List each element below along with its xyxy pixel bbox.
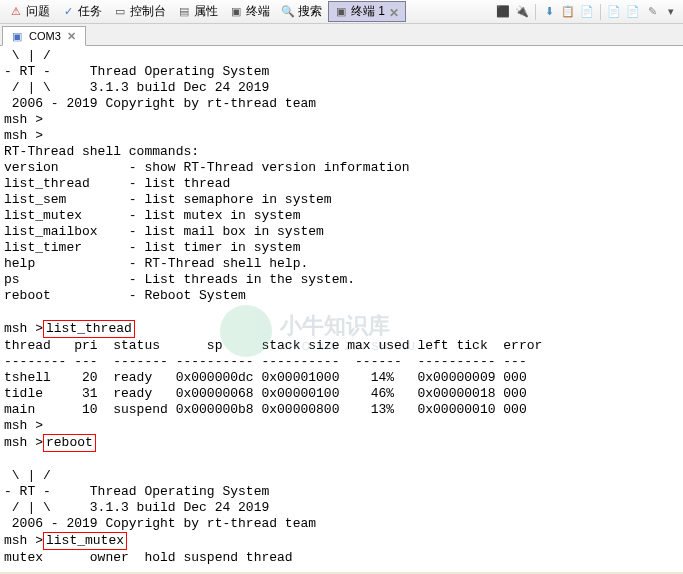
view-tab-search[interactable]: 🔍 搜索 <box>276 2 326 21</box>
search-icon: 🔍 <box>280 4 296 20</box>
terminal-tab-bar: ▣ COM3 ✕ <box>0 24 683 46</box>
tab-label: 问题 <box>26 3 50 20</box>
tab-label: COM3 <box>29 30 61 42</box>
view-tab-terminal-1[interactable]: ▣ 终端 1 ✕ <box>328 1 406 22</box>
close-icon[interactable]: ✕ <box>389 6 401 18</box>
close-icon[interactable]: ✕ <box>67 30 79 42</box>
terminal-icon: ▣ <box>333 4 349 20</box>
tab-label: 任务 <box>78 3 102 20</box>
properties-icon: ▤ <box>176 4 192 20</box>
new-terminal-icon[interactable]: ⬛ <box>495 4 511 20</box>
divider <box>535 4 536 20</box>
console-icon: ▭ <box>112 4 128 20</box>
terminal-icon: ▣ <box>228 4 244 20</box>
toolbar-actions: ⬛ 🔌 ⬇ 📋 📄 📄 📄 ✎ ▾ <box>495 4 679 20</box>
action-icon-1[interactable]: ⬇ <box>541 4 557 20</box>
view-tab-problems[interactable]: ⚠ 问题 <box>4 2 54 21</box>
edit-icon[interactable]: ✎ <box>644 4 660 20</box>
view-tab-properties[interactable]: ▤ 属性 <box>172 2 222 21</box>
tab-label: 终端 <box>246 3 270 20</box>
highlighted-command-list-mutex: list_mutex <box>43 532 127 550</box>
tab-label: 控制台 <box>130 3 166 20</box>
view-tab-terminal[interactable]: ▣ 终端 <box>224 2 274 21</box>
view-tab-tasks[interactable]: ✓ 任务 <box>56 2 106 21</box>
action-icon-3[interactable]: 📄 <box>579 4 595 20</box>
highlighted-command-list-thread: list_thread <box>43 320 135 338</box>
action-icon-5[interactable]: 📄 <box>625 4 641 20</box>
action-icon-4[interactable]: 📄 <box>606 4 622 20</box>
view-tab-console[interactable]: ▭ 控制台 <box>108 2 170 21</box>
check-icon: ✓ <box>60 4 76 20</box>
connect-icon[interactable]: 🔌 <box>514 4 530 20</box>
tab-label: 搜索 <box>298 3 322 20</box>
terminal-viewport[interactable]: 小牛知识库 XIAO NIU ZHI SHI KU \ | / - RT - T… <box>0 46 683 572</box>
warning-icon: ⚠ <box>8 4 24 20</box>
serial-port-icon: ▣ <box>9 28 25 44</box>
divider <box>600 4 601 20</box>
terminal-output: \ | / - RT - Thread Operating System / |… <box>0 46 683 572</box>
view-toolbar: ⚠ 问题 ✓ 任务 ▭ 控制台 ▤ 属性 ▣ 终端 🔍 搜索 ▣ 终端 1 ✕ … <box>0 0 683 24</box>
menu-dropdown-icon[interactable]: ▾ <box>663 4 679 20</box>
highlighted-command-reboot: reboot <box>43 434 96 452</box>
tab-label: 终端 1 <box>351 3 385 20</box>
terminal-tab-com3[interactable]: ▣ COM3 ✕ <box>2 26 86 46</box>
tab-label: 属性 <box>194 3 218 20</box>
action-icon-2[interactable]: 📋 <box>560 4 576 20</box>
